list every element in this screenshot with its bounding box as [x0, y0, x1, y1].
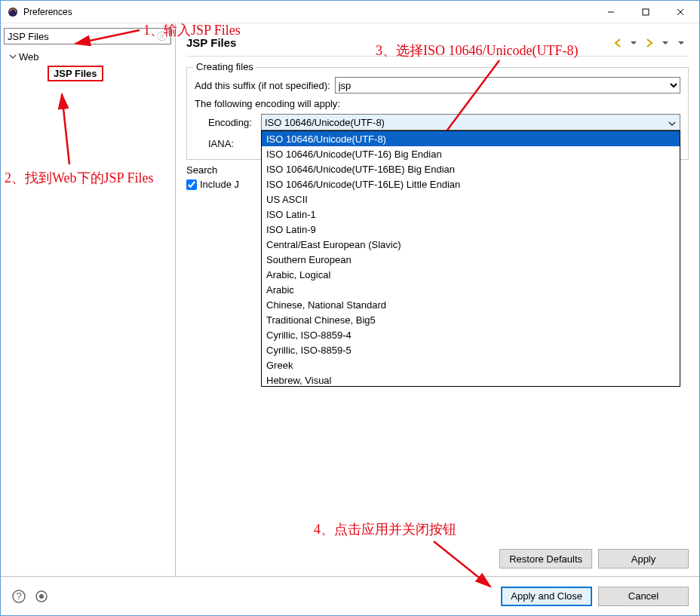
encoding-select[interactable]: ISO 10646/Unicode(UTF-8) — [261, 114, 680, 130]
view-menu-icon[interactable] — [674, 35, 689, 51]
back-menu-icon[interactable] — [626, 35, 641, 51]
encoding-option[interactable]: Chinese, National Standard — [262, 297, 680, 312]
filter-wrap — [4, 28, 172, 44]
encoding-option[interactable]: Arabic, Logical — [262, 267, 680, 282]
inner-button-row: Restore Defaults Apply — [186, 543, 689, 576]
iana-label: IANA: — [208, 138, 261, 149]
encoding-option[interactable]: US ASCII — [262, 192, 680, 207]
suffix-select[interactable]: jsp — [335, 77, 680, 93]
clear-filter-icon[interactable] — [157, 31, 167, 41]
back-icon[interactable] — [610, 35, 625, 51]
encoding-select-wrap: ISO 10646/Unicode(UTF-8) ISO 10646/Unico… — [261, 114, 680, 130]
svg-text:?: ? — [16, 590, 21, 602]
content: Web JSP Files JSP Files — [1, 23, 699, 576]
preferences-window: Preferences — [0, 0, 700, 616]
creating-files-group: Creating files Add this suffix (if not s… — [186, 67, 689, 160]
page-title: JSP Files — [186, 36, 610, 49]
main-header: JSP Files — [186, 29, 689, 57]
encoding-label: Encoding: — [208, 117, 261, 128]
group-title: Creating files — [193, 61, 256, 72]
tree-item-web[interactable]: Web — [4, 49, 172, 64]
eclipse-icon — [7, 6, 19, 18]
chevron-down-icon[interactable] — [8, 52, 17, 61]
nav-icons — [610, 35, 689, 51]
titlebar: Preferences — [1, 1, 699, 23]
encoding-option[interactable]: ISO 10646/Unicode(UTF-16BE) Big Endian — [262, 161, 680, 176]
encoding-option[interactable]: ISO 10646/Unicode(UTF-16) Big Endian — [262, 146, 680, 161]
svg-rect-2 — [643, 9, 649, 15]
encoding-dropdown[interactable]: ISO 10646/Unicode(UTF-8)ISO 10646/Unicod… — [261, 130, 680, 387]
encoding-option[interactable]: Cyrillic, ISO-8859-4 — [262, 327, 680, 342]
encoding-option[interactable]: Central/East European (Slavic) — [262, 237, 680, 252]
footer: ? Apply and Close Cancel — [1, 576, 699, 615]
preferences-tree: Web JSP Files — [4, 49, 172, 81]
cancel-button[interactable]: Cancel — [598, 587, 689, 606]
maximize-button[interactable] — [628, 1, 663, 23]
encoding-option[interactable]: ISO 10646/Unicode(UTF-8) — [262, 131, 680, 146]
close-button[interactable] — [663, 1, 698, 23]
encoding-option[interactable]: ISO Latin-1 — [262, 207, 680, 222]
encoding-value: ISO 10646/Unicode(UTF-8) — [265, 117, 385, 128]
include-jsp-label: Include J — [200, 179, 239, 190]
encoding-option[interactable]: Arabic — [262, 282, 680, 297]
suffix-label: Add this suffix (if not specified): — [195, 80, 330, 91]
forward-menu-icon[interactable] — [658, 35, 673, 51]
apply-button[interactable]: Apply — [598, 549, 689, 568]
minimize-button[interactable] — [594, 1, 628, 23]
footer-left: ? — [11, 589, 49, 604]
window-title: Preferences — [23, 7, 594, 17]
tree-label: Web — [19, 51, 39, 63]
forward-icon[interactable] — [642, 35, 657, 51]
main-panel: JSP Files Creating files Add — [176, 23, 699, 576]
filter-input[interactable] — [4, 28, 171, 44]
encoding-option[interactable]: Cyrillic, ISO-8859-5 — [262, 342, 680, 357]
apply-and-close-button[interactable]: Apply and Close — [501, 587, 592, 606]
tree-item-jsp-files[interactable]: JSP Files — [48, 66, 103, 81]
include-jsp-checkbox[interactable] — [186, 179, 197, 190]
encoding-option[interactable]: Traditional Chinese, Big5 — [262, 312, 680, 327]
svg-point-11 — [39, 594, 44, 599]
sidebar: Web JSP Files — [1, 23, 176, 576]
chevron-down-icon — [668, 118, 676, 130]
help-icon[interactable]: ? — [11, 589, 26, 604]
encoding-option[interactable]: Southern European — [262, 252, 680, 267]
encoding-line: The following encoding will apply: — [195, 98, 340, 109]
encoding-option[interactable]: Hebrew, Visual — [262, 372, 680, 387]
encoding-option[interactable]: ISO Latin-9 — [262, 222, 680, 237]
import-export-icon[interactable] — [34, 589, 49, 604]
window-buttons — [594, 1, 698, 23]
encoding-option[interactable]: ISO 10646/Unicode(UTF-16LE) Little Endia… — [262, 176, 680, 192]
restore-defaults-button[interactable]: Restore Defaults — [499, 549, 592, 568]
encoding-option[interactable]: Greek — [262, 357, 680, 372]
